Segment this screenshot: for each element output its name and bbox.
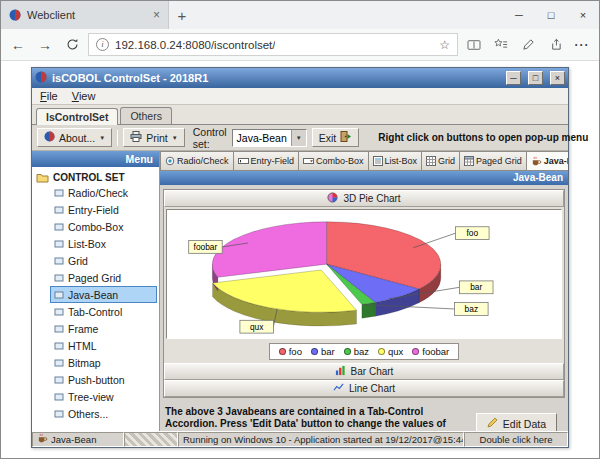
sidebar-item-label: Others... xyxy=(68,408,108,420)
content-tab-list-box[interactable]: List-Box xyxy=(368,151,422,171)
reading-view-icon[interactable] xyxy=(463,39,485,51)
coffee-cup-icon xyxy=(37,433,48,446)
sidebar-item-label: List-Box xyxy=(68,238,106,250)
sidebar-item-grid[interactable]: Grid xyxy=(50,252,157,269)
content-tab-entry-field[interactable]: Entry-Field xyxy=(233,151,299,171)
accordion-header-pie-chart[interactable]: 3D Pie Chart xyxy=(164,190,564,207)
java-bean-icon xyxy=(531,156,542,167)
svg-text:foobar: foobar xyxy=(194,242,218,252)
sidebar-item-combo-box[interactable]: Combo-Box xyxy=(50,218,157,235)
window-maximize-button[interactable]: □ xyxy=(535,1,567,29)
content-tab-paged-grid[interactable]: Paged Grid xyxy=(459,151,526,171)
control-icon xyxy=(54,205,64,215)
sidebar-item-bitmap[interactable]: Bitmap xyxy=(50,354,157,371)
sidebar-item-label: Paged Grid xyxy=(68,272,121,284)
sidebar-item-label: Tab-Control xyxy=(68,306,122,318)
menu-view[interactable]: View xyxy=(72,90,96,102)
radio-check-icon xyxy=(165,156,175,166)
pencil-icon xyxy=(487,417,498,430)
back-button[interactable]: ← xyxy=(7,37,29,53)
app-maximize-button[interactable]: □ xyxy=(528,71,543,85)
content-tab-combo-box[interactable]: Combo-Box xyxy=(298,151,368,171)
info-icon[interactable]: i xyxy=(96,38,109,51)
tab-others[interactable]: Others xyxy=(120,107,172,124)
legend-dot xyxy=(344,348,351,355)
combobox-dropdown-icon[interactable]: ▼ xyxy=(291,130,306,146)
grid-icon xyxy=(426,156,436,166)
pie-chart-svg: foobarbazquxfoobar xyxy=(174,210,554,339)
sidebar-item-tree-view[interactable]: Tree-view xyxy=(50,388,157,405)
content-tab-radio-check[interactable]: Radio/Check xyxy=(160,151,233,171)
legend-label: bar xyxy=(321,346,335,357)
sidebar-item-label: Push-button xyxy=(68,374,125,386)
control-tree: CONTROL SET Radio/CheckEntry-FieldCombo-… xyxy=(32,167,159,431)
accordion-header-line-chart[interactable]: Line Chart xyxy=(164,380,564,397)
control-icon xyxy=(54,222,64,232)
sidebar-item-frame[interactable]: Frame xyxy=(50,320,157,337)
sidebar-item-html[interactable]: HTML xyxy=(50,337,157,354)
pie-chart-icon xyxy=(327,192,338,205)
app-minimize-button[interactable]: ─ xyxy=(506,71,521,85)
tab-close-icon[interactable]: × xyxy=(153,8,160,22)
legend-label: baz xyxy=(354,346,369,357)
legend-item-bar: bar xyxy=(311,346,335,357)
svg-text:foo: foo xyxy=(467,228,479,238)
sidebar-item-tab-control[interactable]: Tab-Control xyxy=(50,303,157,320)
app-title-bar[interactable]: isCOBOL ControlSet - 2018R1 ─ □ × xyxy=(32,68,568,88)
favorite-star-icon[interactable]: ☆ xyxy=(439,38,450,52)
content-tab-java-bean[interactable]: Java-Bean xyxy=(526,151,568,171)
content-tab-label: Combo-Box xyxy=(316,156,364,166)
sidebar-item-push-button[interactable]: Push-button xyxy=(50,371,157,388)
browser-tab[interactable]: Webclient × xyxy=(1,1,169,29)
accordion-header-bar-chart[interactable]: Bar Chart xyxy=(164,363,564,380)
control-set-combobox[interactable]: Java-Bean ▼ xyxy=(232,129,307,147)
accordion: 3D Pie Chart foobarbazquxfoobar foobarba… xyxy=(163,189,565,398)
share-icon[interactable] xyxy=(544,38,566,51)
new-tab-button[interactable]: + xyxy=(169,1,195,29)
url-text: 192.168.0.24:8080/iscontrolset/ xyxy=(115,39,275,51)
print-button[interactable]: Print ▼ xyxy=(123,128,185,147)
toolbar-hint-text: Right click on buttons to open pop-up me… xyxy=(378,132,588,143)
status-text: Running on Windows 10 - Application star… xyxy=(178,432,464,447)
menu-file[interactable]: File xyxy=(40,90,58,102)
more-options-icon[interactable]: ··· xyxy=(571,38,593,52)
sidebar-item-label: Grid xyxy=(68,255,88,267)
status-double-click[interactable]: Double click here xyxy=(464,432,568,447)
control-icon xyxy=(54,341,64,351)
exit-button[interactable]: Exit xyxy=(312,128,360,147)
chart-legend: foobarbazquxfoobar xyxy=(269,343,460,360)
sidebar-item-paged-grid[interactable]: Paged Grid xyxy=(50,269,157,286)
sidebar-item-java-bean[interactable]: Java-Bean xyxy=(50,286,157,303)
app-close-button[interactable]: × xyxy=(550,71,565,85)
sidebar-item-radio-check[interactable]: Radio/Check xyxy=(50,184,157,201)
address-bar[interactable]: i 192.168.0.24:8080/iscontrolset/ ☆ xyxy=(88,33,458,56)
control-icon xyxy=(54,188,64,198)
sidebar-item-label: Combo-Box xyxy=(68,221,123,233)
legend-item-qux: qux xyxy=(378,346,403,357)
app-title: isCOBOL ControlSet - 2018R1 xyxy=(52,72,499,84)
sidebar-item-others[interactable]: Others... xyxy=(50,405,157,422)
tab-iscontrolset[interactable]: IsControlSet xyxy=(36,108,118,125)
hub-favorites-icon[interactable] xyxy=(490,38,512,51)
sidebar-item-label: Java-Bean xyxy=(68,289,118,301)
tree-root-control-set[interactable]: CONTROL SET xyxy=(34,171,157,184)
window-minimize-button[interactable]: ─ xyxy=(503,1,535,29)
sidebar-item-list-box[interactable]: List-Box xyxy=(50,235,157,252)
about-button[interactable]: About... ▼ xyxy=(37,128,112,147)
legend-dot xyxy=(412,348,419,355)
forward-button[interactable]: → xyxy=(34,37,56,53)
bar-chart-icon xyxy=(335,365,346,378)
paged-grid-icon xyxy=(464,156,474,166)
page-background: isCOBOL ControlSet - 2018R1 ─ □ × File V… xyxy=(1,61,599,458)
content-tab-grid[interactable]: Grid xyxy=(421,151,459,171)
sidebar-item-entry-field[interactable]: Entry-Field xyxy=(50,201,157,218)
refresh-button[interactable] xyxy=(61,38,83,51)
sidebar-header: Menu xyxy=(32,151,159,167)
edit-data-button[interactable]: Edit Data xyxy=(476,413,557,431)
sidebar-item-label: Entry-Field xyxy=(68,204,119,216)
window-close-button[interactable]: × xyxy=(567,1,599,29)
exit-door-icon xyxy=(340,131,352,144)
legend-dot xyxy=(279,348,286,355)
web-note-pen-icon[interactable] xyxy=(517,38,539,51)
control-icon xyxy=(54,307,64,317)
